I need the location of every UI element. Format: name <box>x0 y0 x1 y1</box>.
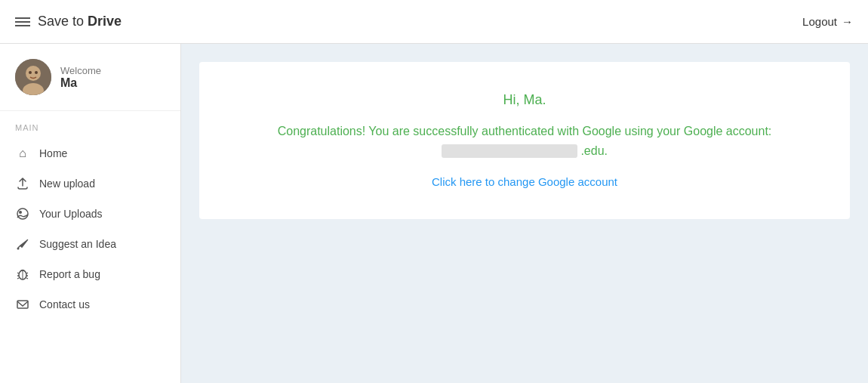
uploads-icon <box>15 206 30 221</box>
sidebar-item-label-report-bug: Report a bug <box>39 268 100 280</box>
hamburger-icon[interactable] <box>15 17 30 26</box>
svg-rect-10 <box>17 301 28 308</box>
welcome-label: Welcome <box>60 65 101 76</box>
sidebar-item-suggest-idea[interactable]: Suggest an Idea <box>0 229 180 259</box>
congrats-text: Congratulations! You are successfully au… <box>278 125 772 137</box>
svg-point-7 <box>17 248 20 250</box>
svg-point-5 <box>17 208 28 219</box>
logout-icon: → <box>842 15 853 28</box>
sidebar-item-label-suggest-idea: Suggest an Idea <box>39 238 116 250</box>
logout-label: Logout <box>802 15 837 28</box>
sidebar-item-new-upload[interactable]: New upload <box>0 168 180 199</box>
app-header: Save to Drive Logout → <box>0 0 868 44</box>
sidebar-item-your-uploads[interactable]: Your Uploads <box>0 199 180 229</box>
user-section: Welcome Ma <box>0 59 180 111</box>
home-icon: ⌂ <box>15 146 30 161</box>
main-layout: Welcome Ma MAIN ⌂ Home New upload <box>0 44 868 383</box>
logo-section: Save to Drive <box>15 14 122 29</box>
hi-text: Hi, Ma. <box>222 92 827 108</box>
sidebar-item-report-bug[interactable]: Report a bug <box>0 259 180 289</box>
logout-button[interactable]: Logout → <box>802 15 853 28</box>
svg-point-3 <box>29 71 32 74</box>
email-suffix: .edu. <box>580 144 608 157</box>
sidebar-item-label-home: Home <box>39 147 67 159</box>
masked-email <box>442 144 577 158</box>
svg-point-4 <box>35 71 38 74</box>
avatar-image <box>15 59 51 95</box>
suggest-icon <box>15 236 30 252</box>
change-account-link[interactable]: Click here to change Google account <box>432 175 617 188</box>
app-title: Save to Drive <box>38 14 122 29</box>
upload-icon <box>15 176 30 191</box>
sidebar-item-label-new-upload: New upload <box>39 178 95 190</box>
congrats-section: Congratulations! You are successfully au… <box>222 122 827 160</box>
main-content: Hi, Ma. Congratulations! You are success… <box>181 44 868 383</box>
sidebar-item-label-contact-us: Contact us <box>39 298 90 310</box>
sidebar-item-label-your-uploads: Your Uploads <box>39 208 103 220</box>
username-label: Ma <box>60 76 101 90</box>
welcome-card: Hi, Ma. Congratulations! You are success… <box>199 62 850 219</box>
user-info: Welcome Ma <box>60 65 101 90</box>
sidebar-item-contact-us[interactable]: Contact us <box>0 289 180 320</box>
bug-icon <box>15 267 30 282</box>
sidebar-item-home[interactable]: ⌂ Home <box>0 138 180 168</box>
logo-text-plain: Save to <box>38 14 88 29</box>
avatar <box>15 59 51 95</box>
sidebar: Welcome Ma MAIN ⌂ Home New upload <box>0 44 181 383</box>
svg-point-6 <box>19 211 22 214</box>
logo-text-bold: Drive <box>88 14 122 29</box>
contact-icon <box>15 297 30 312</box>
sidebar-section-label: MAIN <box>0 123 180 138</box>
